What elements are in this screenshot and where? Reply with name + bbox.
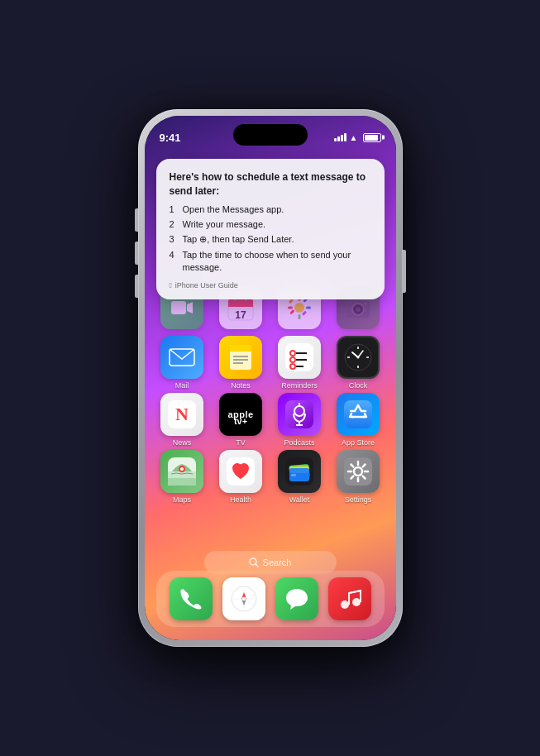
svg-rect-11 [288, 307, 293, 309]
notification-title: Here's how to schedule a text message to… [170, 170, 371, 199]
home-screen: 9:41 ▲ Here's how to schedule a t [145, 116, 396, 640]
appstore-label: App Store [342, 438, 375, 447]
news-label: News [173, 438, 192, 447]
status-icons: ▲ [334, 133, 381, 142]
settings-label: Settings [345, 495, 372, 504]
power-button[interactable] [403, 250, 406, 293]
tv-label: TV [236, 438, 246, 447]
app-maps[interactable]: Maps [155, 450, 210, 504]
app-reminders[interactable]: Reminders [272, 336, 327, 390]
svg-line-81 [256, 564, 258, 567]
wifi-icon: ▲ [350, 133, 358, 142]
dynamic-island [233, 124, 308, 146]
wallet-label: Wallet [289, 495, 310, 504]
app-settings[interactable]: Settings [331, 450, 386, 504]
source-label: iPhone User Guide [175, 281, 238, 289]
mute-button[interactable] [135, 208, 138, 232]
app-wallet[interactable]: Wallet [272, 450, 327, 504]
volume-down-button[interactable] [135, 275, 138, 298]
step-4: 4 Tap the time to choose when to send yo… [170, 249, 371, 275]
svg-rect-26 [230, 349, 251, 352]
app-notes[interactable]: Notes [213, 336, 269, 390]
svg-text:17: 17 [235, 309, 246, 321]
step-2: 2 Write your message. [170, 218, 371, 231]
battery-icon [363, 133, 381, 142]
dock-safari[interactable] [222, 577, 265, 620]
app-podcasts[interactable]: Podcasts [272, 393, 327, 447]
svg-point-45 [357, 356, 360, 359]
maps-label: Maps [173, 495, 191, 504]
step-1: 1 Open the Messages app. [170, 203, 371, 216]
app-news[interactable]: N News [155, 393, 210, 447]
podcasts-label: Podcasts [284, 438, 314, 447]
svg-point-89 [341, 600, 349, 609]
svg-rect-13 [289, 299, 294, 304]
mail-label: Mail [175, 381, 189, 390]
svg-rect-68 [289, 468, 309, 473]
dock-messages[interactable] [275, 577, 318, 620]
svg-marker-1 [187, 302, 193, 313]
dock-music[interactable] [328, 577, 371, 620]
app-row-2: N News apple tv+ TV [151, 393, 389, 447]
volume-up-button[interactable] [135, 242, 138, 265]
health-label: Health [230, 495, 251, 504]
status-time: 9:41 [160, 132, 181, 144]
dock [156, 571, 385, 627]
notes-label: Notes [231, 381, 251, 390]
search-label: Search [263, 557, 292, 567]
reminders-label: Reminders [281, 381, 318, 390]
signal-icon [334, 133, 346, 141]
svg-rect-12 [306, 307, 311, 309]
app-health[interactable]: Health [213, 450, 269, 504]
svg-rect-0 [171, 301, 186, 314]
app-row-1: Mail Not [151, 336, 389, 390]
svg-rect-69 [291, 474, 296, 476]
app-row-3: Maps Health [151, 450, 389, 504]
notification-source:  iPhone User Guide [170, 281, 371, 289]
app-mail[interactable]: Mail [155, 336, 210, 390]
svg-line-91 [349, 591, 361, 593]
search-icon [249, 557, 259, 567]
notification-steps: 1 Open the Messages app. 2 Write your me… [170, 203, 371, 275]
svg-text:N: N [175, 404, 189, 424]
svg-rect-4 [228, 304, 253, 307]
svg-point-22 [365, 303, 367, 305]
svg-point-62 [180, 467, 184, 471]
svg-text:tv+: tv+ [234, 416, 247, 426]
app-appstore[interactable]: App Store [331, 393, 386, 447]
clock-label: Clock [349, 381, 368, 390]
phone-screen: 9:41 ▲ Here's how to schedule a t [145, 116, 396, 640]
svg-point-90 [352, 598, 361, 606]
svg-rect-21 [354, 299, 362, 303]
dock-phone[interactable] [170, 577, 213, 620]
svg-point-88 [242, 597, 246, 600]
phone-frame: 9:41 ▲ Here's how to schedule a t [138, 109, 403, 647]
apple-logo-icon:  [170, 281, 172, 289]
notification-card: Here's how to schedule a text message to… [156, 159, 385, 299]
svg-point-8 [294, 303, 304, 313]
svg-rect-60 [168, 478, 196, 486]
app-grid: FaceTime Calendar Photos Camera [151, 280, 389, 507]
app-tv[interactable]: apple tv+ TV [213, 393, 269, 447]
svg-point-20 [356, 307, 361, 312]
svg-rect-10 [299, 314, 301, 319]
app-clock[interactable]: Clock [331, 336, 386, 390]
step-3: 3 Tap ⊕, then tap Send Later. [170, 233, 371, 246]
svg-rect-15 [289, 309, 294, 314]
